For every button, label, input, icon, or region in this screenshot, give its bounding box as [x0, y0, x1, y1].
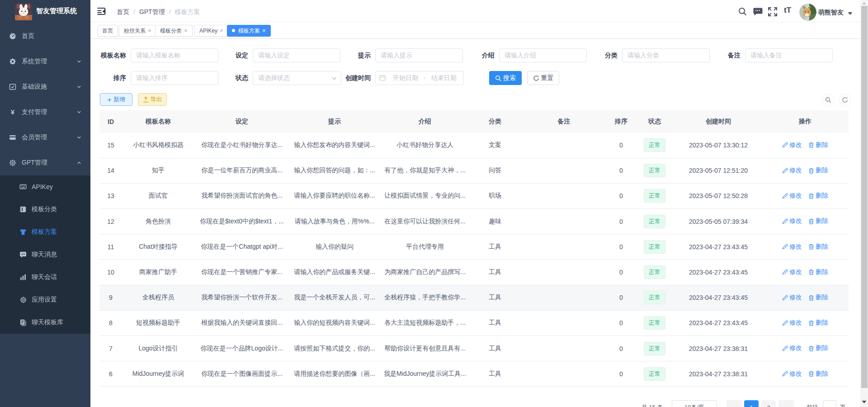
svg-text:¥: ¥ — [11, 109, 15, 116]
